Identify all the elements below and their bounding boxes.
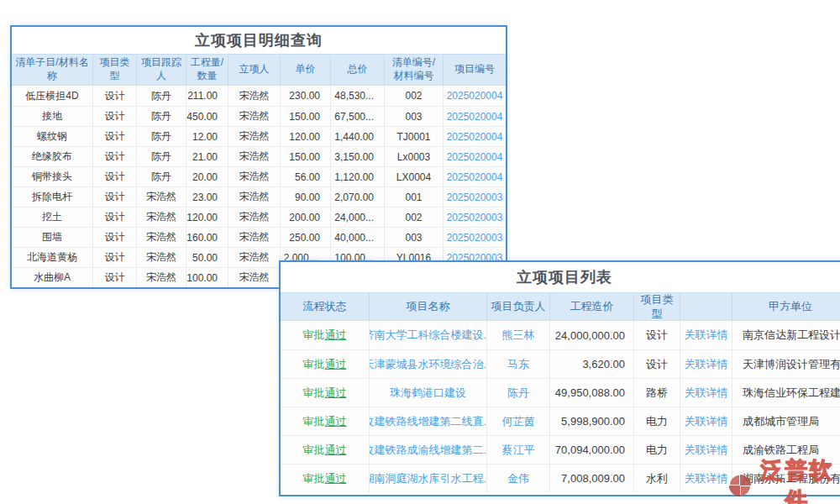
- initiator-cell: 宋浩然: [228, 228, 281, 247]
- workflow-status-cell: 审批通过: [281, 436, 370, 464]
- project-leader-link[interactable]: 熊三林: [487, 321, 550, 349]
- project-leader-link[interactable]: 何芷茵: [487, 407, 550, 435]
- status-passed-link[interactable]: 通过: [325, 357, 347, 372]
- project-type-cell: 设计: [93, 127, 137, 146]
- project-name-link[interactable]: 天津蒙城县水环境综合治...: [370, 350, 487, 378]
- material-name-cell: 围墙: [12, 228, 93, 247]
- project-no-link[interactable]: 2025020003: [444, 187, 506, 207]
- detail-relation-link[interactable]: 关联详情: [680, 379, 732, 407]
- tracker-cell: 宋浩然: [137, 187, 186, 207]
- project-name-link[interactable]: 济南大学工科综合楼建设...: [370, 321, 487, 349]
- client-unit-cell: 天津博润设计管理有...: [732, 350, 840, 378]
- project-leader-link[interactable]: 陈丹: [487, 379, 550, 407]
- project-cost-cell: 7,008,009.00: [550, 465, 634, 492]
- detail-relation-link[interactable]: 关联详情: [680, 321, 732, 349]
- table-row: 审批通过 天津蒙城县水环境综合治... 马东 3,620.00 设计 关联详情 …: [281, 349, 840, 378]
- column-header: 立项人: [228, 55, 281, 85]
- status-passed-link[interactable]: 通过: [325, 328, 347, 343]
- initiator-cell: 宋浩然: [228, 187, 281, 207]
- status-text: 审批: [303, 471, 325, 486]
- list-table-header: 流程状态 项目名称 项目负责人 工程造价 项目类型 甲方单位: [281, 292, 840, 321]
- status-text: 审批: [303, 443, 325, 458]
- tracker-cell: 陈丹: [137, 147, 186, 166]
- quantity-cell: 450.00: [186, 107, 228, 126]
- tracker-cell: 宋浩然: [137, 207, 186, 227]
- detail-relation-link[interactable]: 关联详情: [680, 350, 732, 378]
- list-table-body: 审批通过 济南大学工科综合楼建设... 熊三林 24,000,000.00 设计…: [281, 321, 840, 492]
- project-type-cell: 设计: [93, 147, 137, 166]
- status-passed-link[interactable]: 通过: [325, 386, 347, 401]
- status-passed-link[interactable]: 通过: [325, 414, 347, 429]
- project-type-cell: 设计: [93, 107, 137, 126]
- project-no-link[interactable]: 2025020004: [444, 127, 506, 146]
- project-no-link[interactable]: 2025020004: [444, 167, 506, 186]
- detail-relation-link[interactable]: 关联详情: [680, 465, 732, 492]
- project-no-link[interactable]: 2025020003: [444, 207, 506, 227]
- detail-relation-link[interactable]: 关联详情: [680, 436, 732, 464]
- total-price-cell: 40,000...: [331, 228, 385, 247]
- project-name-link[interactable]: 珠海鹤港口建设: [370, 379, 487, 407]
- status-passed-link[interactable]: 通过: [325, 443, 347, 458]
- tracker-cell: 宋浩然: [137, 268, 186, 287]
- table-row: 螺纹钢 设计 陈丹 12.00 宋浩然 120.00 1,440.00 TJ00…: [12, 126, 506, 146]
- project-no-link[interactable]: 2025020003: [444, 228, 506, 247]
- column-header: 项目类型: [634, 293, 680, 322]
- initiator-cell: 宋浩然: [228, 167, 281, 186]
- table-row: 拆除电杆 设计 宋浩然 23.00 宋浩然 90.00 2,070.00 001…: [12, 186, 506, 207]
- detail-query-title: 立项项目明细查询: [12, 27, 506, 54]
- client-unit-cell: 湖南永拓工程股份有...: [732, 465, 840, 492]
- project-type-cell: 电力: [634, 436, 680, 464]
- table-row: 审批通过 湖南洞庭湖水库引水工程... 金伟 7,008,009.00 水利 关…: [281, 464, 840, 492]
- workflow-status-cell: 审批通过: [281, 350, 370, 378]
- project-leader-link[interactable]: 蔡江平: [487, 436, 550, 464]
- total-price-cell: 2,070.00: [331, 187, 385, 207]
- quantity-cell: 21.00: [186, 147, 228, 166]
- project-type-cell: 设计: [93, 268, 137, 287]
- project-type-cell: 设计: [634, 350, 680, 378]
- quantity-cell: 160.00: [186, 228, 228, 247]
- total-price-cell: 48,530...: [331, 86, 385, 106]
- list-no-cell: 002: [385, 86, 444, 106]
- project-no-link[interactable]: 2025020004: [444, 86, 506, 106]
- total-price-cell: 1,120.00: [331, 167, 385, 186]
- column-header: [680, 293, 732, 322]
- project-no-link[interactable]: 2025020004: [444, 107, 506, 126]
- detail-relation-link[interactable]: 关联详情: [680, 407, 732, 435]
- table-row: 低压横担4D 设计 陈丹 211.00 宋浩然 230.00 48,530...…: [12, 86, 506, 106]
- project-no-link[interactable]: 2025020004: [444, 147, 506, 166]
- project-name-link[interactable]: 改建铁路成渝线增建第二...: [370, 436, 487, 464]
- project-type-cell: 设计: [93, 86, 137, 106]
- table-row: 审批通过 珠海鹤港口建设 陈丹 49,950,088.00 路桥 关联详情 珠海…: [281, 378, 840, 407]
- list-no-cell: Lx0003: [385, 147, 444, 166]
- unit-price-cell: 200.00: [281, 207, 331, 227]
- status-text: 审批: [303, 328, 325, 343]
- tracker-cell: 陈丹: [137, 127, 186, 146]
- unit-price-cell: 150.00: [281, 147, 331, 166]
- tracker-cell: 陈丹: [137, 107, 186, 126]
- table-row: 铜带接头 设计 陈丹 20.00 宋浩然 56.00 1,120.00 LX00…: [12, 166, 506, 186]
- workflow-status-cell: 审批通过: [281, 407, 370, 435]
- material-name-cell: 挖土: [12, 207, 93, 227]
- tracker-cell: 宋浩然: [137, 228, 186, 247]
- quantity-cell: 100.00: [186, 268, 228, 287]
- tracker-cell: 陈丹: [137, 167, 186, 186]
- project-name-link[interactable]: 改建铁路线增建第二线直...: [370, 407, 487, 435]
- column-header: 项目负责人: [487, 293, 550, 322]
- project-name-link[interactable]: 湖南洞庭湖水库引水工程...: [370, 465, 487, 492]
- project-list-panel: 立项项目列表 流程状态 项目名称 项目负责人 工程造价 项目类型 甲方单位 审批…: [279, 260, 840, 496]
- material-name-cell: 接地: [12, 107, 93, 126]
- initiator-cell: 宋浩然: [228, 268, 281, 287]
- workflow-status-cell: 审批通过: [281, 379, 370, 407]
- unit-price-cell: 120.00: [281, 127, 331, 146]
- status-passed-link[interactable]: 通过: [325, 471, 347, 486]
- list-no-cell: 002: [385, 207, 444, 227]
- column-header: 项目编号: [444, 55, 506, 85]
- total-price-cell: 24,000...: [331, 207, 385, 227]
- workflow-status-cell: 审批通过: [281, 465, 370, 492]
- project-leader-link[interactable]: 马东: [487, 350, 550, 378]
- total-price-cell: 1,440.00: [331, 127, 385, 146]
- material-name-cell: 拆除电杆: [12, 187, 93, 207]
- project-leader-link[interactable]: 金伟: [487, 465, 550, 492]
- list-no-cell: 003: [385, 228, 444, 247]
- table-row: 挖土 设计 宋浩然 120.00 宋浩然 200.00 24,000... 00…: [12, 207, 506, 227]
